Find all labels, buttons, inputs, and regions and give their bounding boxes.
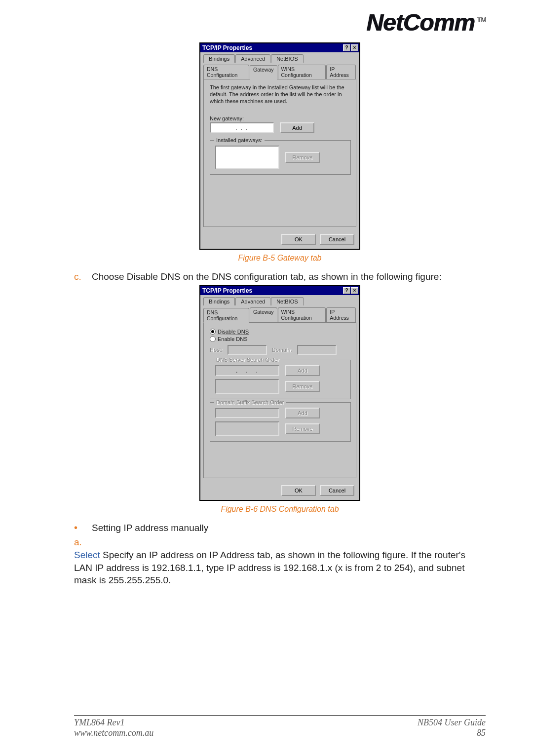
new-gateway-input[interactable]: . . . [210, 122, 274, 133]
close-icon[interactable]: × [351, 287, 358, 294]
tab-advanced[interactable]: Advanced [235, 54, 270, 63]
footer-url: www.netcomm.com.au [74, 728, 153, 738]
tab-gateway[interactable]: Gateway [250, 65, 277, 79]
installed-gateways-label: Installed gateways: [214, 137, 265, 143]
bullet-text: Setting IP address manually [92, 522, 486, 534]
dns-server-list[interactable] [215, 379, 279, 394]
footer-rev: YML864 Rev1 [74, 718, 153, 728]
radio-disable-dns[interactable]: Disable DNS [210, 329, 351, 335]
tab-row-top: Bindings Advanced NetBIOS [200, 295, 359, 305]
radio-enable-dns-label: Enable DNS [218, 336, 248, 342]
dns-server-order-legend: DNS Server Search Order [214, 357, 281, 363]
gateway-info-text: The first gateway in the Installed Gatew… [210, 84, 351, 105]
domain-suffix-input[interactable] [215, 408, 279, 418]
page-content: TCP/IP Properties ? × Bindings Advanced … [74, 42, 486, 587]
tcpip-properties-dialog-gateway: TCP/IP Properties ? × Bindings Advanced … [199, 42, 360, 250]
tab-row-bottom: DNS Configuration Gateway WINS Configura… [200, 305, 359, 322]
tab-wins-configuration[interactable]: WINS Configuration [278, 65, 326, 79]
radio-disable-dns-label: Disable DNS [218, 329, 249, 335]
tab-dns-configuration[interactable]: DNS Configuration [203, 308, 249, 323]
new-gateway-label: New gateway: [210, 115, 351, 121]
tab-dns-configuration[interactable]: DNS Configuration [203, 65, 249, 79]
domain-suffix-list[interactable] [215, 421, 279, 436]
page-footer: YML864 Rev1 www.netcomm.com.au NB504 Use… [74, 715, 486, 738]
dns-remove-button[interactable]: Remove [285, 381, 320, 392]
step-a-marker: a. [74, 537, 82, 547]
domain-label: Domain: [272, 347, 292, 353]
dialog-title: TCP/IP Properties [202, 287, 343, 294]
ok-button[interactable]: OK [281, 485, 316, 496]
host-input[interactable] [228, 345, 267, 355]
figure-caption-b5: Figure B-5 Gateway tab [74, 254, 486, 263]
radio-enable-dns[interactable]: Enable DNS [210, 336, 351, 342]
dialog-footer: OK Cancel [200, 481, 359, 500]
title-bar: TCP/IP Properties ? × [200, 43, 359, 52]
help-icon[interactable]: ? [343, 44, 350, 51]
step-c: c. Choose Disable DNS on the DNS configu… [74, 270, 486, 283]
footer-guide: NB504 User Guide [418, 718, 486, 728]
tab-row-top: Bindings Advanced NetBIOS [200, 52, 359, 63]
tab-ip-address[interactable]: IP Address [326, 307, 356, 322]
brand-logo: NetCommTM [366, 9, 486, 36]
tab-body-dns: Disable DNS Enable DNS Host: Domain: DNS… [203, 322, 356, 478]
tab-gateway[interactable]: Gateway [250, 307, 277, 322]
tab-bindings[interactable]: Bindings [203, 54, 235, 63]
installed-gateways-list[interactable] [215, 146, 279, 169]
title-bar: TCP/IP Properties ? × [200, 286, 359, 295]
tab-netbios[interactable]: NetBIOS [271, 54, 303, 63]
tab-advanced[interactable]: Advanced [235, 297, 270, 305]
step-c-text: Choose Disable DNS on the DNS configurat… [92, 270, 486, 283]
ok-button[interactable]: OK [281, 234, 316, 245]
step-a-body: Specify an IP address on IP Address tab,… [74, 550, 465, 585]
remove-button[interactable]: Remove [285, 152, 320, 163]
figure-caption-b6: Figure B-6 DNS Configuration tab [74, 505, 486, 514]
footer-right: NB504 User Guide 85 [418, 718, 486, 738]
footer-page-number: 85 [418, 728, 486, 738]
radio-dot-icon [210, 329, 216, 335]
step-a: a. [74, 536, 486, 549]
tab-row-bottom: DNS Configuration Gateway WINS Configura… [200, 63, 359, 79]
brand-tm: TM [477, 16, 486, 24]
brand-name: NetComm [366, 9, 475, 36]
add-button[interactable]: Add [280, 122, 314, 133]
cancel-button[interactable]: Cancel [320, 485, 354, 496]
tab-netbios[interactable]: NetBIOS [271, 297, 303, 305]
dns-server-input[interactable]: . . . [215, 365, 279, 376]
help-icon[interactable]: ? [343, 287, 350, 294]
suffix-add-button[interactable]: Add [285, 408, 320, 418]
step-c-marker: c. [74, 270, 92, 283]
select-link-text: Select [74, 550, 100, 560]
dns-add-button[interactable]: Add [285, 365, 320, 376]
tab-wins-configuration[interactable]: WINS Configuration [278, 307, 326, 322]
step-a-paragraph: Select Specify an IP address on IP Addre… [74, 549, 486, 587]
close-icon[interactable]: × [351, 44, 358, 51]
bullet-icon: • [74, 522, 92, 534]
bullet-manual-ip: • Setting IP address manually [74, 522, 486, 534]
domain-suffix-legend: Domain Suffix Search Order [214, 399, 286, 405]
domain-input[interactable] [297, 345, 337, 355]
tab-body-gateway: The first gateway in the Installed Gatew… [203, 79, 356, 227]
host-label: Host: [210, 347, 223, 353]
dialog-title: TCP/IP Properties [202, 44, 343, 51]
tab-bindings[interactable]: Bindings [203, 297, 235, 305]
tcpip-properties-dialog-dns: TCP/IP Properties ? × Bindings Advanced … [199, 285, 360, 501]
cancel-button[interactable]: Cancel [320, 234, 354, 245]
suffix-remove-button[interactable]: Remove [285, 423, 320, 434]
dialog-footer: OK Cancel [200, 230, 359, 249]
tab-ip-address[interactable]: IP Address [326, 65, 356, 79]
radio-dot-icon [210, 336, 216, 342]
footer-left: YML864 Rev1 www.netcomm.com.au [74, 718, 153, 738]
